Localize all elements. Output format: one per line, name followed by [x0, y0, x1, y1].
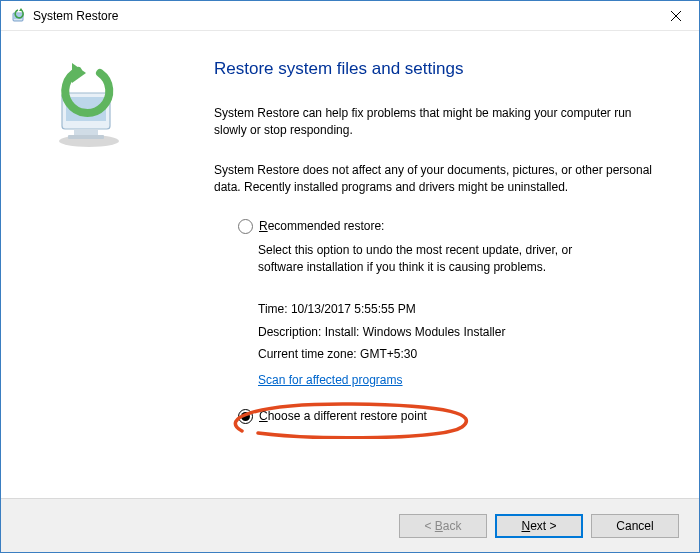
- cancel-button[interactable]: Cancel: [591, 514, 679, 538]
- detail-timezone: Current time zone: GMT+5:30: [258, 343, 659, 365]
- recommended-restore-radio[interactable]: [238, 219, 253, 234]
- choose-different-option-wrap: Choose a different restore point: [238, 409, 427, 424]
- wizard-footer: < Back Next > Cancel: [1, 498, 699, 552]
- recommended-restore-desc: Select this option to undo the most rece…: [238, 242, 608, 277]
- system-restore-icon: [44, 61, 134, 151]
- svg-rect-5: [74, 129, 98, 135]
- main-panel: Restore system files and settings System…: [176, 31, 699, 498]
- choose-different-option[interactable]: Choose a different restore point: [238, 409, 427, 424]
- detail-time: Time: 10/13/2017 5:55:55 PM: [258, 298, 659, 320]
- choose-different-label[interactable]: Choose a different restore point: [259, 409, 427, 423]
- app-icon: [7, 8, 31, 24]
- page-heading: Restore system files and settings: [214, 59, 659, 79]
- recommended-restore-label[interactable]: Recommended restore:: [259, 219, 384, 233]
- intro-text-1: System Restore can help fix problems tha…: [214, 105, 659, 140]
- close-button[interactable]: [653, 1, 699, 31]
- wizard-sidebar: [1, 31, 176, 498]
- titlebar: System Restore: [1, 1, 699, 31]
- back-button: < Back: [399, 514, 487, 538]
- intro-text-2: System Restore does not affect any of yo…: [214, 162, 659, 197]
- svg-rect-6: [68, 135, 104, 139]
- detail-description: Description: Install: Windows Modules In…: [258, 321, 659, 343]
- restore-point-details: Time: 10/13/2017 5:55:55 PM Description:…: [238, 298, 659, 365]
- restore-options: Recommended restore: Select this option …: [214, 219, 659, 427]
- recommended-restore-option[interactable]: Recommended restore:: [238, 219, 659, 234]
- choose-different-radio[interactable]: [238, 409, 253, 424]
- scan-affected-link-row: Scan for affected programs: [238, 373, 659, 387]
- next-button[interactable]: Next >: [495, 514, 583, 538]
- window-title: System Restore: [31, 9, 653, 23]
- content-area: Restore system files and settings System…: [1, 31, 699, 498]
- scan-affected-link[interactable]: Scan for affected programs: [258, 373, 403, 387]
